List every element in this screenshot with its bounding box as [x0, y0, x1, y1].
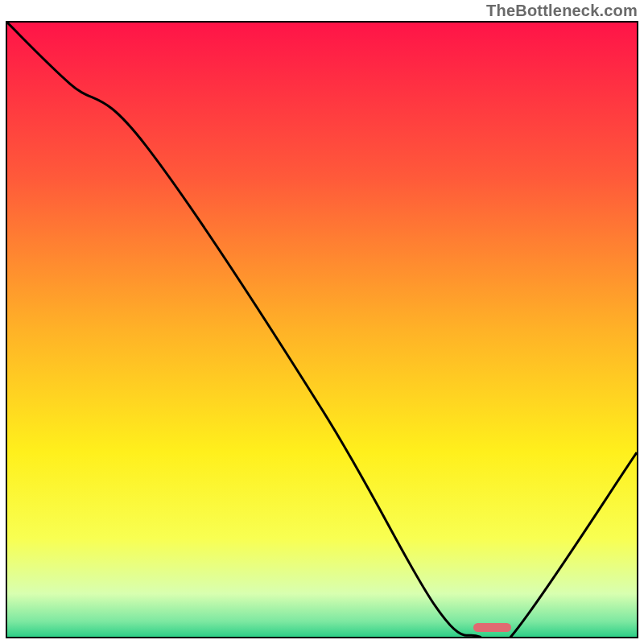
chart-line: [7, 23, 637, 637]
chart-area: [6, 21, 638, 638]
chart-line-path: [7, 23, 637, 637]
chart-marker: [473, 623, 511, 632]
watermark-text: TheBottleneck.com: [486, 2, 638, 20]
